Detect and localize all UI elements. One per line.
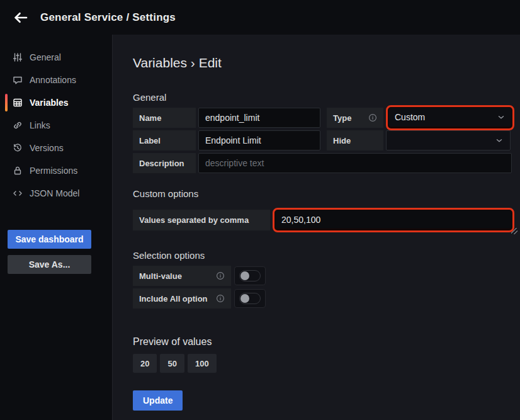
info-circle-icon[interactable]	[216, 294, 225, 303]
info-circle-icon[interactable]	[368, 113, 377, 122]
toggle-knob	[240, 294, 249, 303]
type-label: Type	[327, 108, 383, 128]
sidebar-item-label: Versions	[30, 143, 64, 153]
preview-value-chip: 100	[188, 354, 217, 373]
values-row: Values separated by comma 20,50,100	[133, 208, 514, 232]
type-select[interactable]: Custom	[388, 108, 512, 127]
selection-options-section: Selection options Multi-value Include Al	[133, 250, 514, 309]
multi-value-label: Multi-value	[133, 266, 231, 286]
page-header: General Service / Settings	[0, 0, 520, 35]
name-label: Name	[133, 108, 196, 128]
chevron-down-icon	[495, 136, 504, 145]
name-input[interactable]	[198, 108, 320, 128]
general-section-heading: General	[133, 92, 514, 103]
settings-sidebar: General Annotations Variables Links	[0, 35, 112, 420]
save-dashboard-button[interactable]: Save dashboard	[8, 230, 91, 249]
sidebar-item-annotations[interactable]: Annotations	[0, 69, 112, 91]
sidebar-item-label: Links	[30, 120, 50, 130]
lock-icon	[13, 166, 23, 176]
preview-value-chip: 20	[133, 354, 157, 373]
dashboard-settings-page: General Service / Settings General Annot…	[0, 0, 520, 420]
sliders-icon	[13, 52, 23, 62]
hide-select[interactable]	[386, 130, 511, 150]
arrow-left-icon	[13, 10, 28, 25]
sidebar-item-label: General	[30, 52, 61, 62]
page-title: Variables › Edit	[133, 55, 514, 71]
preview-value-chip: 50	[160, 354, 184, 373]
description-label: Description	[133, 153, 196, 173]
page-header-title: General Service / Settings	[40, 11, 176, 24]
sidebar-item-json-model[interactable]: JSON Model	[0, 182, 112, 205]
label-input[interactable]	[198, 130, 320, 150]
custom-options-section: Custom options Values separated by comma…	[133, 188, 514, 232]
sidebar-actions: Save dashboard Save As...	[0, 230, 112, 274]
link-icon	[13, 120, 23, 130]
selection-options-heading: Selection options	[133, 250, 514, 261]
chevron-down-icon	[497, 113, 506, 122]
sidebar-item-links[interactable]: Links	[0, 114, 112, 137]
save-as-button[interactable]: Save As...	[8, 255, 91, 274]
preview-section: Preview of values 20 50 100	[133, 336, 514, 373]
include-all-row: Include All option	[133, 288, 514, 309]
values-input[interactable]: 20,50,100	[275, 210, 512, 229]
include-all-label: Include All option	[133, 288, 231, 309]
type-select-highlight: Custom	[386, 105, 514, 130]
back-button[interactable]	[10, 7, 31, 28]
toggle-knob	[240, 271, 249, 280]
label-hide-row: Label Hide	[133, 130, 514, 150]
custom-options-heading: Custom options	[133, 188, 514, 199]
variables-edit-panel: Variables › Edit General Name Type Custo…	[112, 35, 520, 420]
sidebar-item-versions[interactable]: Versions	[0, 137, 112, 159]
table-icon	[13, 98, 23, 108]
preview-heading: Preview of values	[133, 336, 514, 348]
multi-value-row: Multi-value	[133, 266, 514, 286]
update-button[interactable]: Update	[133, 390, 183, 411]
description-row: Description	[133, 153, 514, 173]
multi-value-toggle[interactable]	[234, 266, 266, 285]
sidebar-item-variables[interactable]: Variables	[0, 91, 112, 114]
history-icon	[13, 143, 23, 153]
sidebar-item-label: JSON Model	[30, 188, 79, 198]
sidebar-item-general[interactable]: General	[0, 46, 112, 69]
sidebar-item-permissions[interactable]: Permissions	[0, 159, 112, 182]
label-label: Label	[133, 130, 196, 150]
preview-values: 20 50 100	[133, 354, 514, 373]
comment-icon	[13, 75, 23, 85]
sidebar-item-label: Permissions	[30, 166, 77, 176]
info-circle-icon[interactable]	[216, 271, 225, 280]
resize-handle[interactable]	[511, 228, 517, 234]
values-label: Values separated by comma	[133, 210, 270, 230]
description-input[interactable]	[198, 153, 512, 173]
include-all-toggle[interactable]	[234, 289, 266, 308]
name-type-row: Name Type Custom	[133, 108, 514, 128]
code-icon	[13, 188, 23, 198]
values-input-highlight: 20,50,100	[273, 208, 514, 232]
sidebar-item-label: Variables	[30, 98, 69, 108]
hide-label: Hide	[327, 130, 383, 150]
sidebar-item-label: Annotations	[30, 75, 76, 85]
